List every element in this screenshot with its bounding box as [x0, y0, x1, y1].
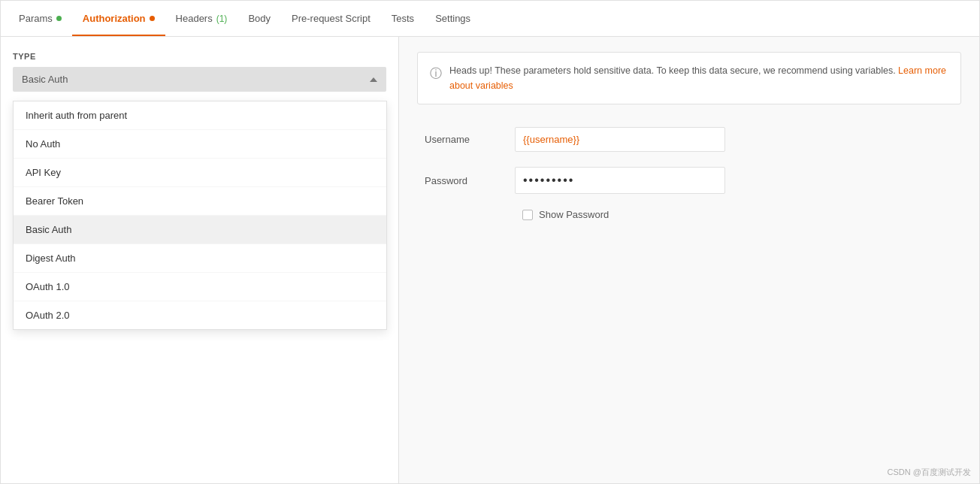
tab-headers[interactable]: Headers(1) [165, 1, 238, 36]
dropdown-item-basic-auth[interactable]: Basic Auth [14, 216, 386, 244]
tab-tests-label: Tests [392, 13, 414, 24]
show-password-checkbox[interactable] [522, 210, 533, 220]
warning-icon: ⓘ [430, 64, 442, 83]
tab-pre-request[interactable]: Pre-request Script [281, 1, 381, 36]
tab-settings-label: Settings [435, 13, 470, 24]
username-input[interactable] [515, 127, 725, 152]
show-password-row: Show Password [425, 209, 961, 220]
dropdown-selected-value: Basic Auth [22, 74, 68, 85]
tab-body[interactable]: Body [237, 1, 281, 36]
tab-pre-request-label: Pre-request Script [292, 13, 371, 24]
warning-text: Heads up! These parameters hold sensitiv… [449, 63, 948, 93]
tab-params[interactable]: Params [8, 1, 72, 36]
tab-settings[interactable]: Settings [425, 1, 481, 36]
warning-learn-more-link[interactable]: Learn more about variables [449, 65, 946, 91]
dropdown-arrow-up-icon [370, 77, 377, 82]
type-label: TYPE [13, 52, 386, 61]
dropdown-item-oauth2[interactable]: OAuth 2.0 [14, 301, 386, 329]
username-label: Username [425, 134, 515, 145]
main-content: TYPE Basic Auth Inherit auth from parent… [1, 37, 979, 484]
tab-headers-badge: (1) [216, 14, 228, 24]
watermark: CSDN @百度测试开发 [888, 467, 971, 478]
dropdown-item-inherit[interactable]: Inherit auth from parent [14, 101, 386, 130]
tab-authorization[interactable]: Authorization [72, 1, 165, 36]
tab-params-dot [56, 16, 62, 21]
dropdown-item-oauth1[interactable]: OAuth 1.0 [14, 273, 386, 301]
tab-tests[interactable]: Tests [381, 1, 425, 36]
password-input[interactable] [515, 167, 725, 194]
tab-authorization-label: Authorization [83, 13, 146, 24]
tab-headers-label: Headers [176, 13, 213, 24]
right-panel: ⓘ Heads up! These parameters hold sensit… [399, 37, 979, 484]
dropdown-item-api-key[interactable]: API Key [14, 159, 386, 187]
tab-params-label: Params [19, 13, 53, 24]
dropdown-menu: Inherit auth from parentNo AuthAPI KeyBe… [13, 101, 387, 330]
tab-bar: ParamsAuthorizationHeaders(1)BodyPre-req… [1, 1, 979, 37]
type-dropdown-trigger[interactable]: Basic Auth [13, 67, 386, 92]
tab-body-label: Body [248, 13, 271, 24]
left-panel: TYPE Basic Auth Inherit auth from parent… [1, 37, 399, 484]
dropdown-item-digest-auth[interactable]: Digest Auth [14, 244, 386, 273]
dropdown-item-no-auth[interactable]: No Auth [14, 130, 386, 159]
tab-authorization-dot [150, 16, 155, 21]
username-row: Username [417, 127, 961, 152]
password-label: Password [425, 175, 515, 186]
warning-banner: ⓘ Heads up! These parameters hold sensit… [417, 52, 961, 104]
show-password-label[interactable]: Show Password [539, 209, 609, 220]
dropdown-item-bearer-token[interactable]: Bearer Token [14, 187, 386, 216]
password-row: Password [417, 167, 961, 194]
